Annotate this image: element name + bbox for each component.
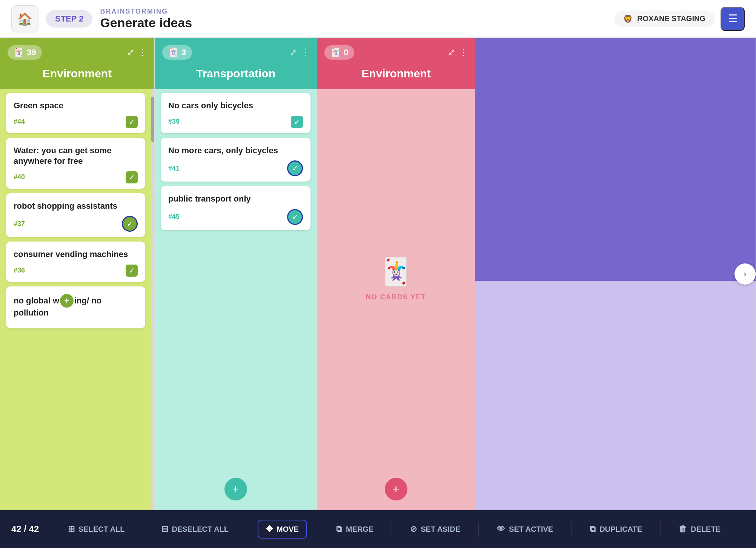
card-icon: 🃏 [14, 48, 24, 57]
card-icon-transport: 🃏 [168, 48, 178, 57]
toolbar-sep-7 [660, 522, 661, 537]
card-44: Green space #44 ✓ [6, 93, 145, 133]
card-36-title: consumer vending machines [14, 249, 138, 260]
card-37: robot shopping assistants #37 ✓ [6, 193, 145, 237]
card-41-check[interactable]: ✓ [287, 160, 303, 176]
column-environment-2: 🃏 0 ⤢ ⋮ Environment 🃏 NO CARDS YET + [317, 38, 475, 510]
menu-button[interactable]: ☰ [721, 7, 745, 31]
env2-add-area: + [317, 468, 475, 510]
no-cards-env2: 🃏 NO CARDS YET [323, 93, 469, 464]
col-actions-env2: ⤢ ⋮ [448, 48, 468, 57]
col-title-env2: Environment [324, 64, 468, 83]
card-37-footer: #37 ✓ [14, 216, 138, 232]
expand-btn-env2[interactable]: ⤢ [448, 48, 455, 57]
move-button[interactable]: ✥ MOVE [258, 520, 307, 539]
col-actions-transport: ⤢ ⋮ [290, 48, 309, 57]
card-40-check[interactable]: ✓ [126, 171, 138, 183]
merge-label: MERGE [346, 525, 373, 534]
nav-right-arrow[interactable]: › [734, 263, 756, 285]
column-transportation: 🃏 3 ⤢ ⋮ Transportation No cars only bicy… [155, 38, 317, 510]
merge-button[interactable]: ⧉ MERGE [329, 520, 381, 538]
more-btn-transport[interactable]: ⋮ [301, 48, 309, 57]
columns-area: 🃏 39 ⤢ ⋮ Environment Green space #44 ✓ [0, 38, 756, 510]
card-40-footer: #40 ✓ [14, 171, 138, 183]
no-cards-icon: 🃏 [380, 256, 412, 287]
set-active-label: SET ACTIVE [509, 525, 553, 534]
home-button[interactable]: 🏠 [11, 5, 38, 32]
deselect-all-icon: ⊟ [161, 524, 168, 534]
card-37-id: #37 [14, 220, 25, 228]
card-39-title: No cars only bicycles [168, 100, 303, 111]
col-top-row-transport: 🃏 3 ⤢ ⋮ [162, 45, 309, 60]
toolbar-sep-6 [571, 522, 572, 537]
card-39-check[interactable]: ✓ [291, 116, 303, 128]
card-icon-env2: 🃏 [330, 48, 341, 57]
user-badge: 🦁 ROXANE STAGING [614, 11, 715, 27]
duplicate-button[interactable]: ⧉ DUPLICATE [582, 520, 650, 538]
delete-label: DELETE [691, 525, 721, 534]
card-45-title: public transport only [168, 194, 303, 205]
card-44-id: #44 [14, 118, 25, 126]
card-44-check[interactable]: ✓ [126, 116, 138, 128]
user-name: ROXANE STAGING [637, 14, 705, 23]
card-36-check[interactable]: ✓ [126, 265, 138, 277]
expand-btn-env1[interactable]: ⤢ [127, 48, 134, 57]
col-title-transport: Transportation [162, 64, 309, 83]
step-badge: STEP 2 [46, 10, 92, 28]
merge-icon: ⧉ [336, 524, 342, 534]
card-count-env2: 🃏 0 [324, 45, 354, 60]
deselect-all-button[interactable]: ⊟ DESELECT ALL [154, 520, 236, 538]
set-aside-icon: ⊘ [410, 524, 417, 534]
select-all-label: SELECT ALL [78, 525, 125, 534]
move-label: MOVE [277, 525, 299, 534]
duplicate-icon: ⧉ [590, 524, 596, 534]
move-icon: ✥ [266, 524, 273, 534]
delete-icon: 🗑 [679, 524, 687, 534]
more-btn-env2[interactable]: ⋮ [459, 48, 468, 57]
set-active-button[interactable]: 👁 SET ACTIVE [489, 520, 561, 538]
card-40-id: #40 [14, 173, 25, 181]
col-top-row: 🃏 39 ⤢ ⋮ [8, 45, 147, 60]
toolbar-sep-1 [143, 522, 143, 537]
toolbar-sep-3 [318, 522, 318, 537]
transport-add-area: + [155, 468, 317, 510]
header-title: Generate ideas [100, 15, 607, 30]
card-36-footer: #36 ✓ [14, 265, 138, 277]
add-card-env2[interactable]: + [385, 478, 407, 500]
card-41-id: #41 [168, 165, 180, 172]
deselect-all-label: DESELECT ALL [172, 525, 229, 534]
card-41-title: No more cars, only bicycles [168, 145, 303, 156]
col-header-env1: 🃏 39 ⤢ ⋮ Environment [0, 38, 154, 89]
set-aside-label: SET ASIDE [421, 525, 460, 534]
add-card-transport[interactable]: + [224, 478, 247, 500]
card-45-check[interactable]: ✓ [287, 209, 303, 225]
scroll-track-env1[interactable] [151, 89, 154, 510]
set-aside-button[interactable]: ⊘ SET ASIDE [403, 520, 468, 538]
card-39-footer: #39 ✓ [168, 116, 303, 128]
col-header-purple [475, 38, 756, 281]
cards-area-env2: 🃏 NO CARDS YET [317, 89, 475, 468]
card-44-title: Green space [14, 100, 138, 111]
duplicate-label: DUPLICATE [599, 525, 642, 534]
card-37-check[interactable]: ✓ [122, 216, 138, 232]
delete-button[interactable]: 🗑 DELETE [671, 520, 728, 538]
card-41: No more cars, only bicycles #41 ✓ [161, 138, 310, 182]
more-btn-env1[interactable]: ⋮ [138, 48, 147, 57]
user-icon: 🦁 [623, 14, 633, 23]
column-environment-1: 🃏 39 ⤢ ⋮ Environment Green space #44 ✓ [0, 38, 155, 510]
card-global: no global w+ing/ no pollution [6, 286, 145, 328]
toolbar-sep-5 [478, 522, 479, 537]
col-title-env1: Environment [8, 64, 147, 83]
card-44-footer: #44 ✓ [14, 116, 138, 128]
toolbar-sep-4 [392, 522, 392, 537]
expand-btn-transport[interactable]: ⤢ [290, 48, 297, 57]
card-36: consumer vending machines #36 ✓ [6, 242, 145, 282]
card-39: No cars only bicycles #39 ✓ [161, 93, 310, 133]
select-all-icon: ⊞ [68, 524, 75, 534]
header-right: 🦁 ROXANE STAGING ☰ [614, 7, 745, 31]
select-all-button[interactable]: ⊞ SELECT ALL [60, 520, 132, 538]
col-body-env1: Green space #44 ✓ Water: you can get som… [0, 89, 154, 510]
toolbar-sep-2 [247, 522, 247, 537]
card-global-title: no global w+ing/ no pollution [14, 294, 138, 319]
card-45-footer: #45 ✓ [168, 209, 303, 225]
